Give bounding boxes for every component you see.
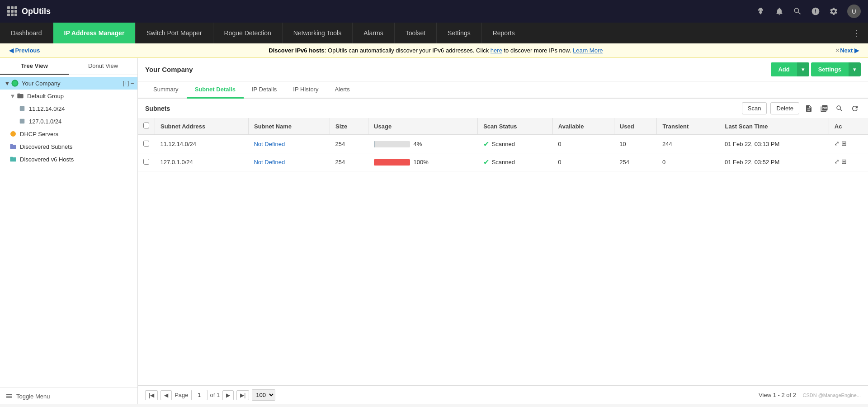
tab-summary[interactable]: Summary [145, 81, 187, 99]
content-tabs: Summary Subnet Details IP Details IP His… [138, 81, 868, 99]
toggle-menu-icon [5, 393, 13, 400]
nav-item-networking-tools[interactable]: Networking Tools [283, 23, 353, 43]
nav-item-switch-port-mapper[interactable]: Switch Port Mapper [136, 23, 213, 43]
add-dropdown-button[interactable]: ▾ [797, 62, 809, 76]
add-button-group: Add ▾ [771, 62, 809, 76]
tab-ip-history[interactable]: IP History [285, 81, 326, 99]
row-scan-status: ✔ Scanned [478, 153, 553, 171]
nav-item-toolset[interactable]: Toolset [395, 23, 437, 43]
nav-more-button[interactable]: ⋮ [845, 23, 868, 43]
delete-button[interactable]: Delete [770, 102, 799, 114]
tab-subnet-details[interactable]: Subnet Details [187, 81, 244, 99]
col-usage: Usage [368, 118, 478, 135]
table-search-button[interactable] [834, 103, 845, 114]
export-pdf-button[interactable] [818, 103, 830, 114]
next-page-button[interactable]: ▶ [222, 390, 234, 400]
row-subnet-address: 127.0.1.0/24 [155, 153, 249, 171]
page-label: Page [175, 392, 188, 398]
row-usage: 100% [368, 153, 478, 171]
row-subnet-address: 11.12.14.0/24 [155, 135, 249, 153]
toggle-menu-button[interactable]: Toggle Menu [0, 388, 137, 404]
scan-button[interactable]: Scan [742, 102, 767, 114]
tree-node-dhcp[interactable]: DHCP Servers [0, 128, 137, 140]
tree-expand-default[interactable]: ▼ [9, 92, 16, 99]
row-last-scan-time: 01 Feb 22, 03:13 PM [719, 135, 829, 153]
row-expand-button[interactable]: ⤢ [834, 140, 840, 147]
prev-page-button[interactable]: ◀ [160, 390, 172, 400]
page-number-input[interactable] [191, 390, 208, 400]
row-scan-status: ✔ Scanned [478, 135, 553, 153]
tree-node-discovered-subnets[interactable]: Discovered Subnets [0, 140, 137, 153]
app-bar: OpUtils U [0, 0, 868, 23]
row-last-scan-time: 01 Feb 22, 03:52 PM [719, 153, 829, 171]
grid-icon[interactable] [7, 6, 17, 16]
row-size: 254 [330, 135, 368, 153]
banner-here-link[interactable]: here [491, 47, 502, 54]
tree-collapse-icon[interactable]: ▼ [4, 80, 11, 87]
select-all-checkbox[interactable] [143, 123, 149, 128]
first-page-button[interactable]: |◀ [145, 390, 158, 400]
row-checkbox-cell [138, 135, 155, 153]
settings-dropdown-button[interactable]: ▾ [849, 62, 861, 76]
nav-item-settings[interactable]: Settings [437, 23, 482, 43]
avatar[interactable]: U [847, 5, 861, 18]
nav-item-reports[interactable]: Reports [482, 23, 526, 43]
add-button[interactable]: Add [771, 62, 797, 76]
tab-ip-details[interactable]: IP Details [244, 81, 285, 99]
tab-alerts[interactable]: Alerts [326, 81, 358, 99]
gear-icon[interactable] [829, 7, 838, 16]
table-actions: Scan Delete [742, 102, 861, 114]
sidebar-tab-donut-view[interactable]: Donut View [69, 58, 137, 75]
banner-text-content: : OpUtils can automatically discover you… [325, 47, 491, 54]
tree-node-subnet1[interactable]: 11.12.14.0/24 [0, 102, 137, 115]
settings-button-group: Settings ▾ [811, 62, 861, 76]
tree-node-subnet2[interactable]: 127.0.1.0/24 [0, 115, 137, 128]
col-subnet-address: Subnet Address [155, 118, 249, 135]
alert-icon[interactable] [811, 7, 820, 16]
rocket-icon[interactable] [757, 7, 766, 16]
row-columns-button[interactable]: ⊞ [841, 158, 847, 165]
nav-item-rogue-detection[interactable]: Rogue Detection [213, 23, 283, 43]
row-columns-button[interactable]: ⊞ [841, 140, 847, 147]
tree-node-root[interactable]: ▼ Your Company [+] – [0, 77, 137, 90]
content-header: Your Company Add ▾ Settings ▾ [138, 58, 868, 81]
discovered-icon [9, 142, 17, 151]
subnets-table-wrap: Subnet Address Subnet Name Size Usage Sc… [138, 118, 868, 385]
page-size-select[interactable]: 100 50 25 [252, 389, 275, 401]
tree-node-label: Discovered v6 Hosts [20, 156, 74, 163]
banner-next-button[interactable]: Next ▶ [840, 47, 859, 54]
col-scan-status: Scan Status [478, 118, 553, 135]
last-page-button[interactable]: ▶| [236, 390, 249, 400]
tree-collapse-button[interactable]: – [131, 80, 134, 86]
tree-node-discovered-v6[interactable]: Discovered v6 Hosts [0, 153, 137, 166]
row-size: 254 [330, 153, 368, 171]
row-checkbox[interactable] [143, 159, 149, 165]
tree-node-default-group[interactable]: ▼ Default Group [0, 90, 137, 102]
row-subnet-name[interactable]: Not Defined [248, 135, 330, 153]
subnets-table: Subnet Address Subnet Name Size Usage Sc… [138, 118, 868, 171]
search-icon[interactable] [793, 7, 802, 16]
company-icon [11, 79, 19, 87]
row-available: 0 [552, 153, 614, 171]
nav-item-alarms[interactable]: Alarms [353, 23, 395, 43]
row-checkbox[interactable] [143, 141, 149, 147]
export-csv-button[interactable] [803, 103, 815, 114]
row-available: 0 [552, 135, 614, 153]
banner-close-button[interactable]: ✕ [835, 47, 840, 54]
header-buttons: Add ▾ Settings ▾ [771, 62, 861, 76]
refresh-button[interactable] [849, 103, 861, 114]
banner-learn-more-link[interactable]: Learn More [573, 47, 603, 54]
settings-button[interactable]: Settings [811, 62, 849, 76]
row-expand-button[interactable]: ⤢ [834, 158, 840, 165]
nav-item-dashboard[interactable]: Dashboard [0, 23, 53, 43]
row-subnet-name[interactable]: Not Defined [248, 153, 330, 171]
nav-item-ip-address-manager[interactable]: IP Address Manager [53, 23, 136, 43]
banner-prev-button[interactable]: ◀ Previous [9, 47, 40, 54]
banner: ◀ Previous Discover IPv6 hosts: OpUtils … [0, 43, 868, 58]
table-row: 11.12.14.0/24 Not Defined 254 4% ✔ Scann… [138, 135, 868, 153]
banner-text2: to discover more IPs now. [502, 47, 573, 54]
sidebar-tab-tree-view[interactable]: Tree View [0, 58, 69, 75]
row-usage: 4% [368, 135, 478, 153]
notification-icon[interactable] [775, 7, 784, 16]
tree-add-button[interactable]: [+] [123, 80, 129, 86]
